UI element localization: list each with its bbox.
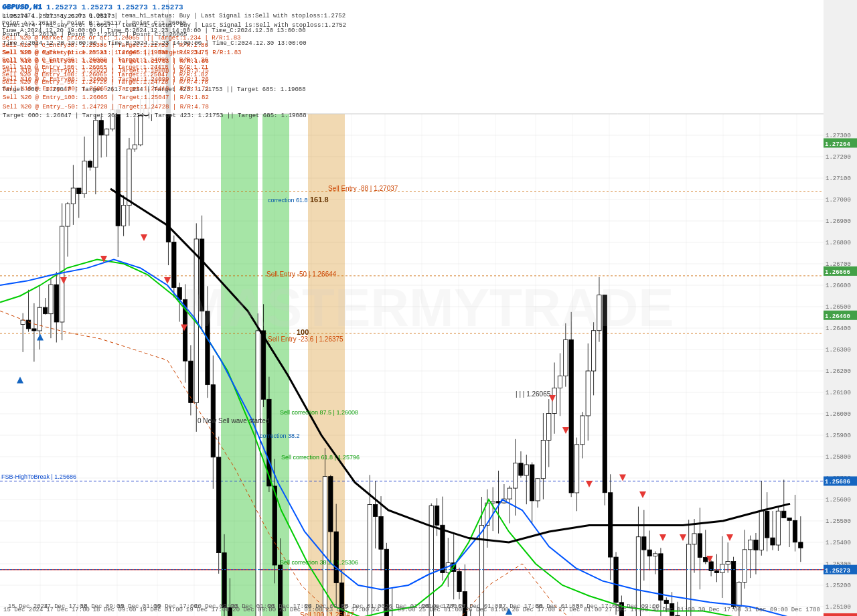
chart-canvas [0,0,857,616]
chart-container: GBPUSD,H1 1.25273 1.25273 1.25273 1.2527… [0,0,857,616]
